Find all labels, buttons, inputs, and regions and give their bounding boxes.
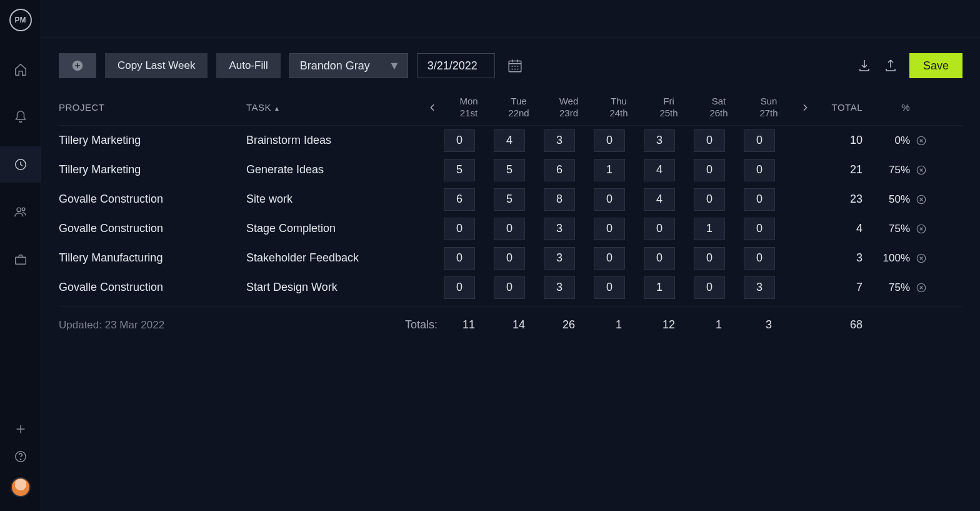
row-total: 4 bbox=[816, 222, 866, 235]
team-icon bbox=[14, 205, 28, 219]
hours-input[interactable] bbox=[594, 247, 625, 270]
hours-input[interactable] bbox=[594, 129, 625, 152]
hours-input[interactable] bbox=[644, 218, 675, 240]
save-button[interactable]: Save bbox=[909, 53, 962, 78]
hours-input[interactable] bbox=[444, 159, 475, 181]
table-row: Tillery ManufacturingStakeholder Feedbac… bbox=[59, 243, 962, 273]
hours-input[interactable] bbox=[594, 159, 625, 181]
hours-input[interactable] bbox=[694, 159, 725, 181]
hours-input[interactable] bbox=[594, 276, 625, 299]
add-row-button[interactable] bbox=[59, 53, 96, 78]
toolbar-right: Save bbox=[857, 53, 962, 78]
table-row: Tillery MarketingGenerate Ideas2175% bbox=[59, 155, 962, 185]
nav-team[interactable] bbox=[0, 194, 41, 230]
delete-row-button[interactable] bbox=[910, 194, 932, 205]
table-footer: Updated: 23 Mar 2022 Totals: 11 14 26 1 … bbox=[59, 306, 962, 343]
prev-week-button[interactable] bbox=[421, 103, 444, 113]
table-row: Tillery MarketingBrainstorm Ideas100% bbox=[59, 126, 962, 155]
hours-input[interactable] bbox=[594, 218, 625, 240]
hours-input[interactable] bbox=[694, 218, 725, 240]
task-cell: Brainstorm Ideas bbox=[246, 134, 421, 147]
close-circle-icon bbox=[916, 282, 927, 293]
hours-input[interactable] bbox=[444, 276, 475, 299]
import-button[interactable] bbox=[857, 58, 872, 73]
row-percent: 75% bbox=[866, 223, 910, 235]
row-total: 10 bbox=[816, 134, 866, 147]
hours-input[interactable] bbox=[444, 129, 475, 152]
hours-input[interactable] bbox=[644, 188, 675, 211]
hours-input[interactable] bbox=[694, 247, 725, 270]
hours-input[interactable] bbox=[544, 218, 575, 240]
user-select[interactable]: Brandon Gray ▼ bbox=[289, 53, 408, 78]
delete-row-button[interactable] bbox=[910, 282, 932, 293]
hours-input[interactable] bbox=[494, 276, 525, 299]
col-total: TOTAL bbox=[816, 102, 866, 113]
hours-input[interactable] bbox=[744, 276, 775, 299]
hours-input[interactable] bbox=[544, 276, 575, 299]
hours-input[interactable] bbox=[594, 188, 625, 211]
user-select-value: Brandon Gray bbox=[300, 59, 370, 73]
col-project[interactable]: PROJECT bbox=[59, 102, 246, 113]
nav-notifications[interactable] bbox=[0, 99, 41, 135]
hours-input[interactable] bbox=[744, 129, 775, 152]
hours-input[interactable] bbox=[744, 247, 775, 270]
delete-row-button[interactable] bbox=[910, 164, 932, 176]
close-circle-icon bbox=[916, 253, 927, 264]
export-button[interactable] bbox=[883, 58, 898, 73]
nav-work[interactable] bbox=[0, 241, 41, 278]
next-week-button[interactable] bbox=[794, 103, 816, 113]
nav-add[interactable] bbox=[11, 422, 31, 436]
hours-input[interactable] bbox=[494, 159, 525, 181]
sum-wed: 26 bbox=[544, 318, 594, 331]
hours-input[interactable] bbox=[644, 129, 675, 152]
hours-input[interactable] bbox=[494, 218, 525, 240]
hours-input[interactable] bbox=[494, 247, 525, 270]
close-circle-icon bbox=[916, 135, 927, 146]
delete-row-button[interactable] bbox=[910, 135, 932, 146]
help-icon bbox=[14, 450, 28, 463]
row-percent: 50% bbox=[866, 193, 910, 206]
table-body: Tillery MarketingBrainstorm Ideas100%Til… bbox=[59, 126, 962, 302]
sum-sat: 1 bbox=[694, 318, 744, 331]
hours-input[interactable] bbox=[644, 276, 675, 299]
hours-input[interactable] bbox=[444, 247, 475, 270]
hours-input[interactable] bbox=[694, 129, 725, 152]
hours-input[interactable] bbox=[644, 247, 675, 270]
hours-input[interactable] bbox=[544, 159, 575, 181]
col-day-wed: Wed23rd bbox=[544, 96, 594, 119]
col-task[interactable]: TASK▲ bbox=[246, 102, 421, 113]
sum-mon: 11 bbox=[444, 318, 494, 331]
row-total: 3 bbox=[816, 251, 866, 265]
hours-input[interactable] bbox=[744, 218, 775, 240]
app-logo: PM bbox=[9, 9, 32, 31]
hours-input[interactable] bbox=[444, 218, 475, 240]
nav-timesheet[interactable] bbox=[0, 146, 41, 183]
hours-input[interactable] bbox=[694, 276, 725, 299]
project-cell: Govalle Construction bbox=[59, 281, 246, 294]
calendar-button[interactable] bbox=[506, 57, 524, 74]
hours-input[interactable] bbox=[444, 188, 475, 211]
hours-input[interactable] bbox=[644, 159, 675, 181]
hours-input[interactable] bbox=[544, 188, 575, 211]
week-date-input[interactable]: 3/21/2022 bbox=[417, 53, 495, 78]
copy-last-week-button[interactable]: Copy Last Week bbox=[105, 53, 208, 78]
nav-help[interactable] bbox=[11, 450, 31, 463]
project-cell: Tillery Marketing bbox=[59, 134, 246, 147]
user-avatar[interactable] bbox=[11, 477, 31, 497]
project-cell: Tillery Manufacturing bbox=[59, 251, 246, 265]
hours-input[interactable] bbox=[494, 129, 525, 152]
hours-input[interactable] bbox=[544, 129, 575, 152]
auto-fill-button[interactable]: Auto-Fill bbox=[216, 53, 280, 78]
delete-row-button[interactable] bbox=[910, 223, 932, 235]
timesheet-table: PROJECT TASK▲ Mon21st Tue22nd Wed23rd Th… bbox=[41, 89, 980, 343]
briefcase-icon bbox=[14, 253, 28, 266]
hours-input[interactable] bbox=[694, 188, 725, 211]
hours-input[interactable] bbox=[494, 188, 525, 211]
hours-input[interactable] bbox=[744, 188, 775, 211]
nav-icons bbox=[0, 51, 41, 278]
hours-input[interactable] bbox=[544, 247, 575, 270]
delete-row-button[interactable] bbox=[910, 253, 932, 264]
nav-home[interactable] bbox=[0, 51, 41, 88]
hours-input[interactable] bbox=[744, 159, 775, 181]
row-percent: 0% bbox=[866, 134, 910, 147]
